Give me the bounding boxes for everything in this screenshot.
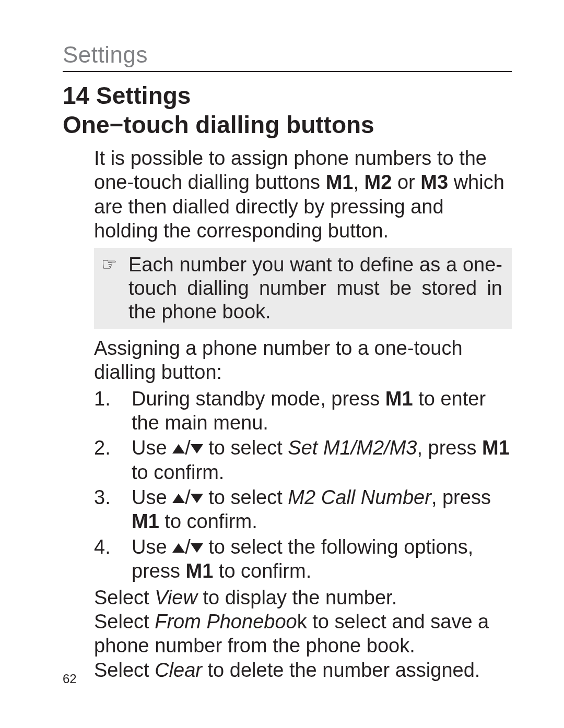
text: or	[392, 171, 420, 193]
step-item: Use / to select Set M1/M2/M3, press M1 t…	[94, 436, 512, 484]
text: /	[185, 437, 191, 459]
text: to confirm.	[132, 461, 224, 483]
page-number: 62	[63, 672, 77, 686]
text: ,	[353, 171, 364, 193]
text: to delete the number assigned.	[202, 659, 480, 681]
select-line: Select From Phonebook to select and save…	[94, 610, 512, 658]
text: to confirm.	[159, 510, 257, 532]
step-item: During standby mode, press M1 to enter t…	[94, 387, 512, 435]
pointing-hand-icon: ☞	[99, 253, 128, 273]
up-arrow-icon	[172, 494, 185, 503]
text: to select	[203, 437, 288, 459]
text: , press	[417, 437, 482, 459]
text: to confirm.	[213, 560, 311, 582]
procedure-lead: Assigning a phone number to a one-touch …	[94, 336, 512, 385]
down-arrow-icon	[191, 444, 203, 453]
key-m2: M2	[365, 171, 392, 193]
down-arrow-icon	[191, 543, 203, 553]
key-m1: M1	[482, 437, 510, 459]
step-list: During standby mode, press M1 to enter t…	[94, 387, 512, 583]
key-m1: M1	[326, 171, 354, 193]
select-line: Select View to display the number.	[94, 586, 512, 610]
text: During standby mode, press	[132, 388, 385, 410]
body: It is possible to assign phone numbers t…	[94, 146, 512, 682]
key-m3: M3	[420, 171, 448, 193]
select-options: Select View to display the number. Selec…	[94, 586, 512, 682]
note-box: ☞ Each number you want to define as a on…	[94, 248, 512, 328]
up-arrow-icon	[172, 444, 185, 453]
text: Select	[94, 611, 155, 632]
text: to display the number.	[197, 587, 397, 608]
text: /	[185, 536, 191, 558]
section-title: One−touch dialling buttons	[63, 111, 512, 139]
key-m1: M1	[185, 560, 213, 582]
intro-paragraph: It is possible to assign phone numbers t…	[94, 146, 512, 243]
text: Use	[132, 536, 172, 558]
text: Select	[94, 659, 155, 681]
menu-option: Set M1/M2/M3	[288, 437, 417, 459]
step-item: Use / to select the following options, p…	[94, 535, 512, 583]
option-view: View	[155, 587, 197, 608]
step-item: Use / to select M2 Call Number, press M1…	[94, 485, 512, 534]
select-line: Select Clear to delete the number assign…	[94, 658, 512, 682]
text: /	[185, 486, 191, 508]
key-m1: M1	[385, 388, 413, 410]
text: Use	[132, 437, 172, 459]
down-arrow-icon	[191, 494, 203, 503]
option-from-phonebook: From Phoneboo	[155, 611, 297, 632]
key-m1: M1	[132, 510, 159, 532]
text: Use	[132, 486, 172, 508]
text: , press	[431, 486, 491, 508]
up-arrow-icon	[172, 543, 185, 553]
manual-page: Settings 14 Settings One−touch dialling …	[0, 0, 564, 728]
running-header: Settings	[63, 42, 512, 72]
text: to select	[203, 486, 288, 508]
menu-option: M2 Call Number	[288, 486, 431, 508]
option-clear: Clear	[155, 659, 202, 681]
note-text: Each number you want to define as a one-…	[128, 253, 502, 323]
chapter-title: 14 Settings	[63, 81, 512, 110]
text: Select	[94, 587, 155, 608]
